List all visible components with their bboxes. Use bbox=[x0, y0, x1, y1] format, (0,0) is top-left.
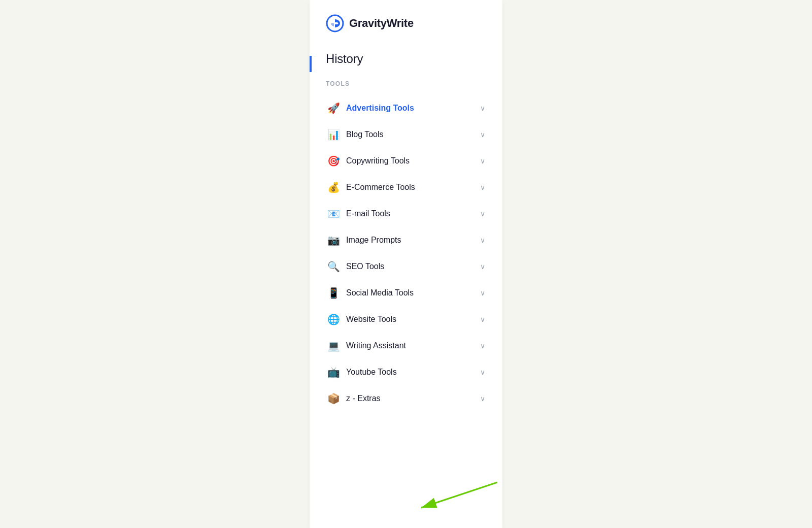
sidebar-item-z-extras[interactable]: 📦z - Extras∨ bbox=[322, 386, 490, 411]
history-label: History bbox=[326, 52, 363, 65]
z-extras-label: z - Extras bbox=[346, 394, 381, 403]
tools-list: 🚀Advertising Tools∨📊Blog Tools∨🎯Copywrit… bbox=[322, 95, 490, 411]
sidebar-item-seo-tools[interactable]: 🔍SEO Tools∨ bbox=[322, 254, 490, 279]
logo-text: GravityWrite bbox=[349, 17, 414, 30]
sidebar-item-left-seo-tools: 🔍SEO Tools bbox=[327, 260, 384, 273]
sidebar-item-blog-tools[interactable]: 📊Blog Tools∨ bbox=[322, 122, 490, 147]
active-indicator bbox=[310, 56, 312, 72]
sidebar-item-copywriting-tools[interactable]: 🎯Copywriting Tools∨ bbox=[322, 148, 490, 174]
sidebar-item-left-copywriting-tools: 🎯Copywriting Tools bbox=[327, 155, 410, 167]
sidebar-item-youtube-tools[interactable]: 📺Youtube Tools∨ bbox=[322, 359, 490, 385]
website-tools-label: Website Tools bbox=[346, 315, 396, 324]
social-media-tools-icon: 📱 bbox=[327, 287, 340, 299]
sidebar-item-left-z-extras: 📦z - Extras bbox=[327, 392, 381, 405]
copywriting-tools-icon: 🎯 bbox=[327, 155, 340, 167]
blog-tools-label: Blog Tools bbox=[346, 130, 384, 139]
gravitywrite-logo-icon bbox=[326, 14, 344, 32]
email-tools-label: E-mail Tools bbox=[346, 209, 390, 218]
youtube-tools-chevron-icon: ∨ bbox=[480, 368, 485, 376]
social-media-tools-chevron-icon: ∨ bbox=[480, 289, 485, 297]
writing-assistant-label: Writing Assistant bbox=[346, 341, 406, 350]
writing-assistant-chevron-icon: ∨ bbox=[480, 342, 485, 350]
email-tools-icon: 📧 bbox=[327, 208, 340, 220]
sidebar: GravityWrite History TOOLS 🚀Advertising … bbox=[310, 0, 502, 528]
sidebar-item-image-prompts[interactable]: 📷Image Prompts∨ bbox=[322, 227, 490, 253]
history-section[interactable]: History bbox=[310, 43, 502, 80]
advertising-tools-chevron-icon: ∨ bbox=[480, 104, 485, 112]
ecommerce-tools-icon: 💰 bbox=[327, 181, 340, 193]
logo-section: GravityWrite bbox=[310, 0, 502, 43]
sidebar-item-ecommerce-tools[interactable]: 💰E-Commerce Tools∨ bbox=[322, 175, 490, 200]
seo-tools-label: SEO Tools bbox=[346, 262, 384, 271]
website-tools-chevron-icon: ∨ bbox=[480, 315, 485, 323]
website-tools-icon: 🌐 bbox=[327, 313, 340, 325]
sidebar-item-email-tools[interactable]: 📧E-mail Tools∨ bbox=[322, 201, 490, 226]
sidebar-item-left-blog-tools: 📊Blog Tools bbox=[327, 128, 384, 141]
sidebar-item-left-ecommerce-tools: 💰E-Commerce Tools bbox=[327, 181, 415, 193]
sidebar-item-social-media-tools[interactable]: 📱Social Media Tools∨ bbox=[322, 280, 490, 306]
sidebar-item-left-website-tools: 🌐Website Tools bbox=[327, 313, 396, 325]
image-prompts-label: Image Prompts bbox=[346, 236, 401, 245]
sidebar-item-left-social-media-tools: 📱Social Media Tools bbox=[327, 287, 414, 299]
sidebar-item-left-email-tools: 📧E-mail Tools bbox=[327, 208, 390, 220]
social-media-tools-label: Social Media Tools bbox=[346, 288, 414, 298]
ecommerce-tools-chevron-icon: ∨ bbox=[480, 183, 485, 191]
blog-tools-icon: 📊 bbox=[327, 128, 340, 141]
youtube-tools-icon: 📺 bbox=[327, 366, 340, 378]
sidebar-item-website-tools[interactable]: 🌐Website Tools∨ bbox=[322, 307, 490, 332]
copywriting-tools-label: Copywriting Tools bbox=[346, 156, 410, 166]
tools-section: TOOLS 🚀Advertising Tools∨📊Blog Tools∨🎯Co… bbox=[310, 80, 502, 411]
email-tools-chevron-icon: ∨ bbox=[480, 210, 485, 218]
ecommerce-tools-label: E-Commerce Tools bbox=[346, 183, 415, 192]
sidebar-item-left-writing-assistant: 💻Writing Assistant bbox=[327, 340, 406, 352]
page-container: GravityWrite History TOOLS 🚀Advertising … bbox=[0, 0, 812, 528]
sidebar-item-advertising-tools[interactable]: 🚀Advertising Tools∨ bbox=[322, 95, 490, 121]
image-prompts-chevron-icon: ∨ bbox=[480, 236, 485, 244]
advertising-tools-icon: 🚀 bbox=[327, 102, 340, 114]
copywriting-tools-chevron-icon: ∨ bbox=[480, 157, 485, 165]
tools-section-header: TOOLS bbox=[322, 80, 490, 95]
sidebar-item-writing-assistant[interactable]: 💻Writing Assistant∨ bbox=[322, 333, 490, 358]
seo-tools-icon: 🔍 bbox=[327, 260, 340, 273]
z-extras-icon: 📦 bbox=[327, 392, 340, 405]
blog-tools-chevron-icon: ∨ bbox=[480, 130, 485, 139]
advertising-tools-label: Advertising Tools bbox=[346, 104, 414, 113]
sidebar-item-left-advertising-tools: 🚀Advertising Tools bbox=[327, 102, 414, 114]
image-prompts-icon: 📷 bbox=[327, 234, 340, 246]
sidebar-item-left-image-prompts: 📷Image Prompts bbox=[327, 234, 401, 246]
sidebar-inner: GravityWrite History TOOLS 🚀Advertising … bbox=[310, 0, 502, 528]
svg-point-0 bbox=[327, 15, 343, 31]
sidebar-item-left-youtube-tools: 📺Youtube Tools bbox=[327, 366, 397, 378]
seo-tools-chevron-icon: ∨ bbox=[480, 262, 485, 271]
youtube-tools-label: Youtube Tools bbox=[346, 368, 397, 377]
writing-assistant-icon: 💻 bbox=[327, 340, 340, 352]
z-extras-chevron-icon: ∨ bbox=[480, 394, 485, 403]
